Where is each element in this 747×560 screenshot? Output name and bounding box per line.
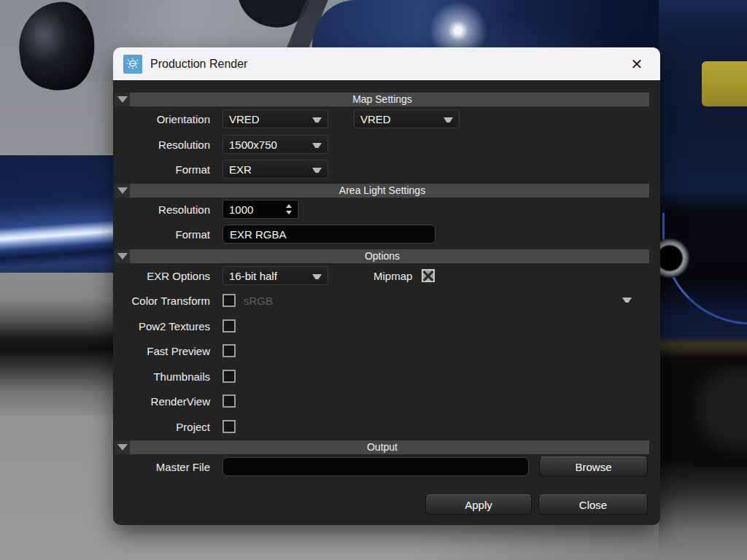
- dialog-titlebar[interactable]: Production Render ✕: [113, 47, 660, 80]
- renderview-label: RenderView: [113, 395, 210, 408]
- master-file-row: Master File: [113, 457, 529, 476]
- orientation-secondary-dropdown[interactable]: VRED: [354, 109, 460, 128]
- section-title: Output: [115, 440, 649, 454]
- renderview-checkbox[interactable]: [222, 394, 236, 408]
- color-transform-label: Color Transform: [113, 295, 210, 307]
- chevron-down-icon: [312, 168, 322, 173]
- section-title: Options: [115, 249, 649, 263]
- area-light-resolution-spinner[interactable]: [222, 200, 298, 219]
- orientation-value: VRED: [229, 113, 260, 125]
- color-transform-checkbox[interactable]: [222, 294, 236, 307]
- resolution-label: Resolution: [113, 139, 210, 151]
- thumbnails-checkbox[interactable]: [222, 370, 236, 383]
- section-header-options: Options: [115, 249, 649, 263]
- mipmap-label: Mipmap: [374, 270, 412, 282]
- area-light-format-input[interactable]: [222, 225, 436, 244]
- dialog-title: Production Render: [150, 58, 247, 71]
- area-light-format-label: Format: [113, 228, 210, 241]
- section-header-area-light: Area Light Settings: [115, 184, 649, 198]
- chevron-down-icon: [312, 143, 322, 148]
- master-file-label: Master File: [113, 461, 210, 473]
- fast-preview-label: Fast Preview: [113, 345, 210, 357]
- area-light-format-row: Format: [113, 225, 436, 244]
- mipmap-checkbox[interactable]: [422, 269, 435, 282]
- thumbnails-row: Thumbnails: [113, 367, 236, 386]
- pow2-textures-checkbox[interactable]: [222, 319, 236, 332]
- area-light-resolution-label: Resolution: [113, 203, 210, 216]
- color-transform-row: Color Transform sRGB: [113, 291, 649, 310]
- exr-options-dropdown[interactable]: 16-bit half: [222, 266, 328, 285]
- exr-options-value: 16-bit half: [229, 270, 277, 282]
- spinner-up-icon[interactable]: [286, 204, 292, 208]
- orientation-label: Orientation: [113, 113, 210, 125]
- project-checkbox[interactable]: [222, 420, 236, 433]
- format-dropdown[interactable]: EXR: [222, 160, 328, 179]
- pow2-textures-row: Pow2 Textures: [113, 316, 236, 335]
- area-light-resolution-input[interactable]: [229, 203, 280, 216]
- master-file-input[interactable]: [222, 457, 529, 476]
- exr-options-label: EXR Options: [113, 270, 210, 282]
- chevron-down-icon: [444, 117, 453, 122]
- exr-options-row: EXR Options 16-bit half Mipmap: [113, 266, 435, 285]
- project-label: Project: [113, 421, 210, 433]
- orientation-row: Orientation VRED VRED: [113, 109, 460, 128]
- orientation-dropdown[interactable]: VRED: [222, 109, 328, 128]
- license-plate: [702, 61, 747, 106]
- chevron-down-icon: [312, 274, 322, 279]
- production-render-dialog: Production Render ✕ Map Settings Orienta…: [113, 47, 660, 525]
- format-value: EXR: [229, 163, 252, 176]
- render-sun-icon: [123, 55, 142, 74]
- thumbnails-label: Thumbnails: [113, 370, 210, 383]
- area-light-resolution-row: Resolution: [113, 200, 298, 219]
- chevron-down-icon: [312, 117, 322, 122]
- resolution-row: Resolution 1500x750: [113, 135, 328, 154]
- car-ground-shadow: [0, 273, 117, 416]
- browse-button[interactable]: Browse: [539, 456, 648, 477]
- pow2-textures-label: Pow2 Textures: [113, 320, 210, 332]
- apply-button[interactable]: Apply: [425, 494, 532, 515]
- renderview-row: RenderView: [113, 392, 236, 411]
- format-row: Format EXR: [113, 160, 328, 179]
- section-title: Map Settings: [115, 93, 649, 106]
- fast-preview-row: Fast Preview: [113, 341, 236, 360]
- resolution-value: 1500x750: [229, 139, 277, 151]
- color-transform-value: sRGB: [244, 295, 273, 307]
- project-row: Project: [113, 417, 236, 436]
- section-title: Area Light Settings: [115, 184, 649, 198]
- resolution-dropdown[interactable]: 1500x750: [222, 135, 328, 154]
- section-header-output: Output: [115, 440, 649, 454]
- spinner-down-icon[interactable]: [286, 211, 292, 214]
- format-label: Format: [113, 163, 210, 176]
- chevron-down-icon[interactable]: [622, 298, 632, 303]
- close-button[interactable]: Close: [538, 494, 648, 515]
- section-header-map-settings: Map Settings: [115, 93, 649, 106]
- orientation-value-2: VRED: [360, 113, 391, 125]
- fast-preview-checkbox[interactable]: [222, 344, 236, 357]
- close-icon[interactable]: ✕: [624, 47, 650, 80]
- rear-wheel: [693, 365, 747, 467]
- car-door-panel: [0, 155, 115, 273]
